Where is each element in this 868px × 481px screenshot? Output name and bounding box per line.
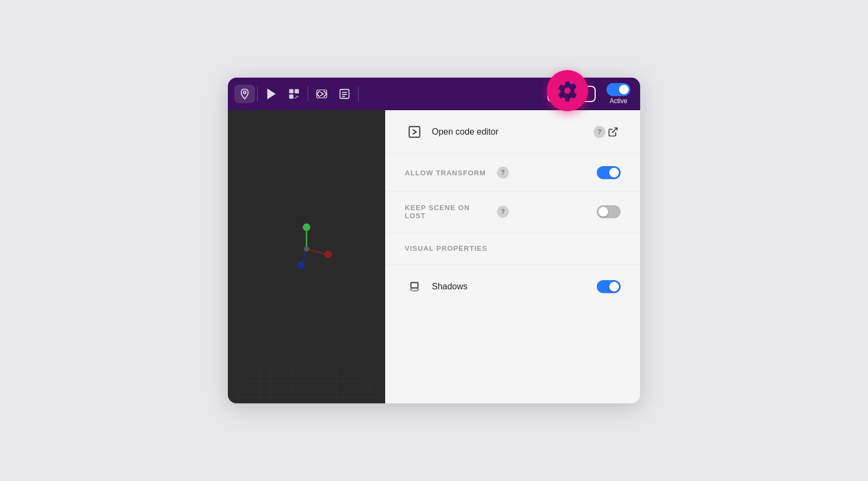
code-icon[interactable] xyxy=(310,84,333,104)
shadows-toggle[interactable] xyxy=(597,280,621,293)
svg-rect-6 xyxy=(296,91,298,92)
settings-panel: Open code editor ? ALLOW TRANSFORM ? xyxy=(385,110,640,403)
svg-rect-5 xyxy=(291,91,292,92)
settings-gear-button[interactable] xyxy=(547,70,588,111)
toolbar: SHARE Active xyxy=(228,78,640,110)
open-code-editor-label: Open code editor xyxy=(432,127,589,137)
svg-marker-30 xyxy=(228,365,385,403)
pin-icon[interactable] xyxy=(234,85,255,103)
svg-marker-1 xyxy=(268,90,275,99)
allow-transform-help[interactable]: ? xyxy=(497,167,509,179)
divider-2 xyxy=(308,86,308,102)
shadows-icon xyxy=(405,277,424,296)
svg-rect-7 xyxy=(291,96,292,98)
allow-transform-toggle[interactable] xyxy=(597,166,621,179)
floor-grid-svg xyxy=(228,349,385,403)
shadows-row: Shadows xyxy=(385,265,640,308)
3d-scene xyxy=(269,217,344,284)
visual-properties-label: VISUAL PROPERTIES xyxy=(405,244,621,252)
keep-scene-on-lost-toggle[interactable] xyxy=(597,205,621,218)
canvas-area xyxy=(228,110,385,403)
allow-transform-row: ALLOW TRANSFORM ? xyxy=(385,154,640,192)
visual-properties-section: VISUAL PROPERTIES xyxy=(385,232,640,265)
divider-3 xyxy=(358,86,359,102)
qr-icon[interactable] xyxy=(283,84,305,104)
grid-floor xyxy=(228,349,385,403)
svg-line-24 xyxy=(307,249,327,255)
keep-scene-on-lost-label: KEEP SCENE ON LOST xyxy=(405,204,493,220)
svg-point-26 xyxy=(303,224,310,231)
keep-scene-on-lost-help[interactable]: ? xyxy=(497,206,509,218)
external-link-icon[interactable] xyxy=(605,124,621,140)
svg-point-0 xyxy=(244,91,246,94)
svg-point-27 xyxy=(324,251,332,258)
shadows-label: Shadows xyxy=(432,282,514,292)
gear-icon xyxy=(557,80,578,102)
active-label: Active xyxy=(610,97,628,105)
svg-rect-33 xyxy=(411,282,418,288)
app-window: SHARE Active xyxy=(228,78,640,403)
svg-rect-15 xyxy=(317,90,327,98)
divider-1 xyxy=(257,86,258,102)
svg-point-28 xyxy=(297,262,305,269)
main-area: Open code editor ? ALLOW TRANSFORM ? xyxy=(228,110,640,403)
keep-scene-on-lost-row: KEEP SCENE ON LOST ? xyxy=(385,192,640,232)
svg-rect-31 xyxy=(409,126,420,137)
open-code-editor-row: Open code editor ? xyxy=(385,110,640,154)
open-code-editor-help[interactable]: ? xyxy=(593,126,605,138)
active-toggle-group: Active xyxy=(607,83,630,105)
active-toggle[interactable] xyxy=(607,83,630,96)
svg-line-32 xyxy=(612,128,617,133)
code-editor-icon xyxy=(405,122,424,142)
play-icon[interactable] xyxy=(260,84,283,104)
allow-transform-label: ALLOW TRANSFORM xyxy=(405,169,493,177)
node-graph-svg xyxy=(269,217,344,282)
list-icon[interactable] xyxy=(333,84,356,104)
svg-point-29 xyxy=(304,246,309,252)
svg-point-34 xyxy=(410,288,418,291)
